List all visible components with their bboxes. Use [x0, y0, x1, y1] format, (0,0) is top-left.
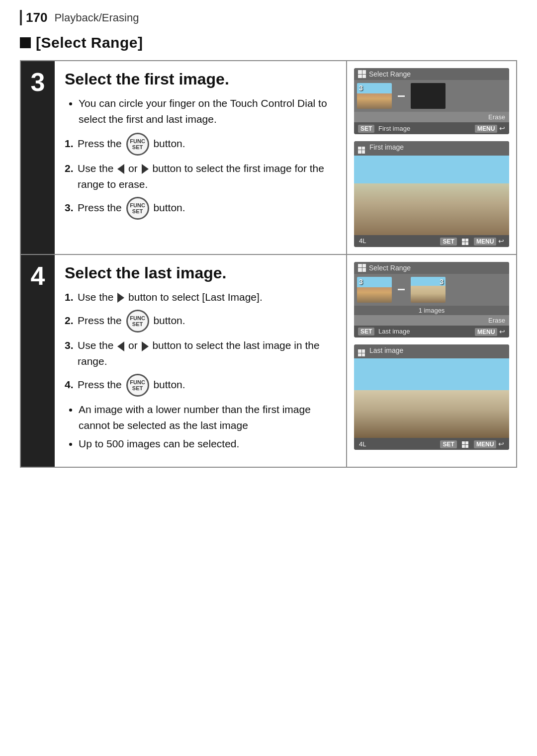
- step3-screen1-erase: Erase: [354, 112, 509, 122]
- step3-screen2-footer-left: 4L: [359, 237, 366, 245]
- step3-footer-left: SET First image: [358, 125, 410, 132]
- set-badge-4-2: SET: [440, 440, 456, 448]
- menu-badge-4-1: MENU: [475, 328, 497, 336]
- grid-icon-3-3: [462, 239, 468, 245]
- step4-screen1-erase: Erase: [354, 315, 509, 326]
- step3-content: Select the first image. You can circle y…: [55, 61, 347, 254]
- grid-icon-4-3: [462, 441, 468, 448]
- set-badge-3-2: SET: [440, 238, 456, 246]
- grid-icon-3-1: [358, 70, 366, 78]
- step4-bullet2: Up to 500 images can be selected.: [79, 436, 334, 452]
- func-set-button-4-4: FUNC SET: [126, 374, 149, 397]
- grid-icon-3-2: [358, 147, 365, 154]
- step4-footer-right: MENU ↩: [473, 328, 505, 336]
- step4-screen1: Select Range 3 3 1 images Erase: [354, 262, 509, 337]
- step3-images: Select Range 3 Erase SET: [347, 61, 516, 254]
- step4-body: 1. Use the button to select [Last Image]…: [65, 289, 334, 452]
- func-set-button-4-2: FUNC SET: [126, 310, 149, 333]
- step4-sub1: 1. Use the button to select [Last Image]…: [65, 289, 334, 305]
- arrow-right-icon-4-3: [142, 341, 149, 351]
- step3-container: 3 Select the first image. You can circle…: [20, 60, 517, 255]
- step4-screen2-body: [354, 358, 509, 438]
- step4-screen2-footer-right: SET MENU ↩: [440, 440, 504, 448]
- step3-sub2-text: Use the or button to select the first im…: [78, 161, 334, 192]
- black-square-icon: [20, 37, 31, 48]
- func-set-button-3-1: FUNC SET: [126, 133, 149, 156]
- menu-badge-3-1: MENU: [475, 125, 497, 133]
- step4-heading: Select the last image.: [65, 264, 334, 282]
- step3-sub3: 3. Press the FUNC SET button.: [65, 197, 334, 220]
- step3-screen2-body: [354, 156, 509, 235]
- step4-thumb2-num: 3: [440, 278, 444, 286]
- step4-content: Select the last image. 1. Use the button…: [55, 255, 347, 467]
- step3-screen1-footer: SET First image MENU ↩: [354, 122, 509, 134]
- step3-bullets: You can circle your finger on the Touch …: [79, 95, 334, 127]
- step4-thumb1-num: 3: [359, 278, 363, 286]
- step3-body: You can circle your finger on the Touch …: [65, 95, 334, 220]
- page-header: 170 Playback/Erasing: [20, 10, 517, 25]
- section-title: [Select Range]: [36, 34, 143, 51]
- step4-sub1-label: 1.: [65, 289, 75, 305]
- step3-thumb1-num: 3: [359, 84, 363, 92]
- step4-footer-left: SET Last image: [358, 328, 410, 335]
- step4-screen1-header: Select Range: [354, 262, 509, 274]
- step3-sub1: 1. Press the FUNC SET button.: [65, 133, 334, 156]
- step4-thumb1: 3: [357, 277, 392, 303]
- set-badge-4-1: SET: [358, 328, 374, 336]
- step3-thumb2: [411, 83, 446, 109]
- page-wrapper: 170 Playback/Erasing [Select Range] 3 Se…: [0, 0, 537, 488]
- step4-images-count: 1 images: [354, 306, 509, 315]
- step4-container: 4 Select the last image. 1. Use the butt…: [20, 255, 517, 468]
- step3-screen1-body: 3: [354, 80, 509, 112]
- step3-sub1-text: Press the FUNC SET button.: [78, 133, 185, 156]
- step4-screen2-footer: 4L SET MENU ↩: [354, 438, 509, 450]
- step4-sub3: 3. Use the or button to select the last …: [65, 337, 334, 369]
- page-subtitle: Playback/Erasing: [54, 11, 139, 24]
- step3-heading: Select the first image.: [65, 70, 334, 88]
- step4-screen2-header: Last image: [354, 344, 509, 359]
- grid-icon-4-1: [358, 264, 366, 272]
- step3-screen2-footer-right: SET MENU ↩: [440, 237, 504, 245]
- step4-number: 4: [21, 255, 55, 467]
- step4-sub1-text: Use the button to select [Last Image].: [78, 289, 263, 305]
- page-number: 170: [26, 10, 47, 25]
- step4-bullets: An image with a lower number than the fi…: [79, 402, 334, 452]
- step3-screen2-footer: 4L SET MENU ↩: [354, 235, 509, 247]
- step3-screen2-header: First image: [354, 141, 509, 156]
- step4-sub3-label: 3.: [65, 337, 75, 353]
- func-set-button-3-3: FUNC SET: [126, 197, 149, 220]
- step3-footer-right: MENU ↩: [473, 124, 505, 132]
- arrow-right-icon-4-1: [117, 293, 124, 303]
- step4-screen1-footer: SET Last image MENU ↩: [354, 326, 509, 337]
- step4-sub2-text: Press the FUNC SET button.: [78, 310, 185, 333]
- dash-sep-4-1: [398, 289, 405, 290]
- arrow-left-icon-4-3: [117, 341, 124, 351]
- step4-screen2: Last image 4L SET: [354, 344, 509, 450]
- step4-sub4: 4. Press the FUNC SET button.: [65, 374, 334, 397]
- grid-icon-4-2: [358, 349, 365, 356]
- step4-screen2-footer-left: 4L: [359, 440, 366, 448]
- step3-screen1: Select Range 3 Erase SET: [354, 68, 509, 134]
- step4-sub3-text: Use the or button to select the last ima…: [78, 337, 334, 369]
- step3-number: 3: [21, 61, 55, 254]
- step4-sub4-text: Press the FUNC SET button.: [78, 374, 185, 397]
- step4-sub2-label: 2.: [65, 313, 75, 329]
- set-badge-3-1: SET: [358, 125, 374, 133]
- arrow-left-icon-3: [117, 164, 124, 174]
- step3-sub2: 2. Use the or button to select the first…: [65, 161, 334, 192]
- step4-sub4-label: 4.: [65, 377, 75, 393]
- step4-thumb2: 3: [411, 277, 446, 303]
- step3-sub1-label: 1.: [65, 136, 75, 152]
- step4-sub2: 2. Press the FUNC SET button.: [65, 310, 334, 333]
- step3-screen1-header: Select Range: [354, 68, 509, 80]
- section-title-bar: [Select Range]: [20, 34, 517, 51]
- arrow-right-icon-3: [142, 164, 149, 174]
- step4-bullet1: An image with a lower number than the fi…: [79, 402, 334, 433]
- step4-screen1-body: 3 3: [354, 274, 509, 306]
- dash-sep-3-1: [398, 95, 405, 97]
- step3-sub3-text: Press the FUNC SET button.: [78, 197, 185, 220]
- menu-badge-4-2: MENU: [474, 440, 496, 448]
- menu-badge-3-2: MENU: [474, 238, 496, 246]
- step3-sub2-label: 2.: [65, 161, 75, 176]
- step3-thumb1: 3: [357, 83, 392, 109]
